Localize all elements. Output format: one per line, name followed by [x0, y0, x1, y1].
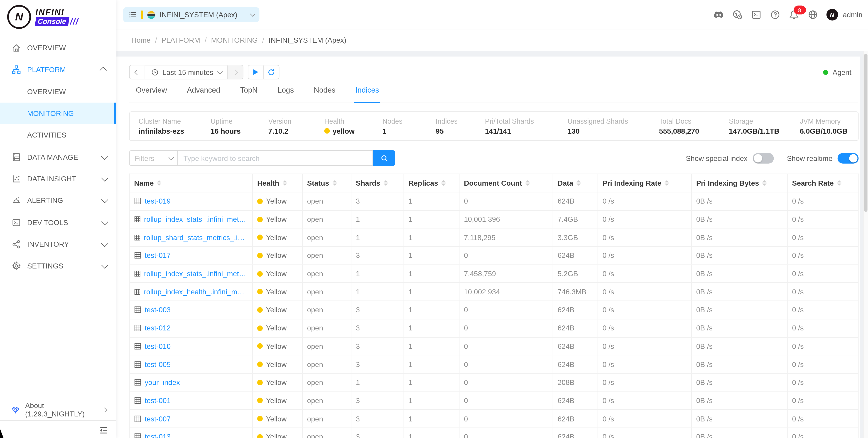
sidebar-item-data-insight[interactable]: DATA INSIGHT	[0, 168, 116, 190]
index-name-link[interactable]: test-003	[145, 306, 171, 314]
sort-icon[interactable]	[157, 180, 161, 186]
refresh-button[interactable]	[264, 65, 279, 79]
cluster-stat: Uptime16 hours	[211, 117, 268, 135]
column-header-name[interactable]: Name	[130, 174, 253, 192]
clock-icon	[151, 68, 159, 76]
time-next-button[interactable]	[227, 65, 243, 79]
sort-icon[interactable]	[525, 180, 530, 186]
column-header-health[interactable]: Health	[253, 174, 303, 192]
column-header-shards[interactable]: Shards	[351, 174, 404, 192]
cell-health: Yellow	[253, 193, 303, 210]
sidebar-item-data-manage[interactable]: DATA MANAGE	[0, 146, 116, 168]
tab-nodes[interactable]: Nodes	[313, 84, 336, 103]
show-special-index-toggle[interactable]	[752, 153, 774, 163]
show-realtime-toggle[interactable]	[838, 153, 859, 163]
sidebar-item-platform[interactable]: PLATFORM	[0, 59, 116, 81]
sidebar-item-settings[interactable]: SETTINGS	[0, 255, 116, 277]
help-icon[interactable]	[770, 9, 780, 20]
cell-replicas: 1	[404, 265, 459, 282]
sort-icon[interactable]	[332, 180, 337, 186]
tab-overview[interactable]: Overview	[135, 84, 168, 103]
column-header-status[interactable]: Status	[303, 174, 351, 192]
sort-icon[interactable]	[282, 180, 287, 186]
user-avatar[interactable]: N	[826, 9, 838, 21]
show-realtime-label: Show realtime	[787, 154, 832, 162]
cell-replicas: 1	[404, 392, 459, 409]
cell-pri-indexing-rate: 0 /s	[598, 229, 692, 246]
tab-logs[interactable]: Logs	[277, 84, 295, 103]
breadcrumb-item[interactable]: Home	[131, 36, 151, 45]
alert-icon	[11, 196, 21, 205]
bell-icon[interactable]: 8	[788, 9, 799, 20]
breadcrumb-item[interactable]: MONITORING	[211, 36, 258, 45]
health-label: Yellow	[266, 197, 287, 205]
caret-down-icon	[282, 184, 287, 186]
stat-label: Pri/Total Shards	[485, 117, 568, 125]
index-name-link[interactable]: rollup_index_health_.infini_metrics...	[144, 288, 248, 296]
index-name-link[interactable]: rollup_index_stats_.infini_metrics-...	[144, 215, 248, 224]
sort-icon[interactable]	[577, 180, 581, 186]
column-header-pri-indexing-rate[interactable]: Pri Indexing Rate	[598, 174, 692, 192]
cell-pri-indexing-bytes: 0B /s	[692, 247, 788, 264]
time-range-picker[interactable]: Last 15 minutes	[145, 65, 227, 79]
index-name-link[interactable]: test-017	[145, 252, 171, 260]
index-name-link[interactable]: rollup_index_stats_.infini_metrics-...	[144, 270, 248, 278]
devtools-icon	[11, 217, 21, 227]
infini-console-logo[interactable]: N INFINI Console ///	[0, 0, 116, 29]
cell-name: test-003	[130, 301, 253, 319]
sidebar-item-overview[interactable]: OVERVIEW	[0, 37, 116, 59]
scrollbar-thumb[interactable]	[864, 54, 868, 212]
index-name-link[interactable]: test-010	[145, 342, 171, 350]
column-header-pri-indexing-bytes[interactable]: Pri Indexing Bytes	[692, 174, 788, 192]
stat-label: Nodes	[382, 117, 436, 125]
index-name-link[interactable]: test-012	[145, 324, 171, 332]
column-header-document-count[interactable]: Document Count	[459, 174, 553, 192]
column-header-data[interactable]: Data	[553, 174, 598, 192]
tab-advanced[interactable]: Advanced	[186, 84, 221, 103]
sort-icon[interactable]	[837, 180, 842, 186]
caret-up-icon	[157, 180, 161, 182]
sort-icon[interactable]	[384, 180, 388, 186]
sidebar-subitem-overview[interactable]: OVERVIEW	[0, 81, 116, 103]
tab-topn[interactable]: TopN	[239, 84, 259, 103]
index-name-link[interactable]: rollup_shard_stats_metrics_.infini_...	[144, 233, 248, 242]
play-button[interactable]	[248, 65, 264, 79]
sort-icon[interactable]	[762, 180, 767, 186]
sort-icon[interactable]	[665, 180, 669, 186]
about-link[interactable]: About (1.29.3_NIGHTLY)	[0, 404, 116, 416]
terminal-icon[interactable]	[751, 9, 762, 20]
search-input[interactable]	[178, 150, 373, 166]
cluster-selector[interactable]: INFINI_SYSTEM (Apex)	[123, 7, 259, 22]
sidebar-item-inventory[interactable]: INVENTORY	[0, 233, 116, 255]
table-row: test-013Yellowopen310624B0 /s0B /s0 /s	[130, 428, 858, 438]
sidebar-item-alerting[interactable]: ALERTING	[0, 190, 116, 211]
index-name-link[interactable]: test-019	[145, 197, 171, 205]
collapse-sidebar-icon[interactable]	[99, 425, 109, 435]
breadcrumb-item[interactable]: PLATFORM	[161, 36, 200, 45]
tabs: OverviewAdvancedTopNLogsNodesIndices	[129, 84, 858, 103]
language-globe-icon[interactable]	[807, 9, 818, 20]
index-name-link[interactable]: your_index	[145, 378, 180, 387]
column-header-replicas[interactable]: Replicas	[404, 174, 459, 192]
sort-icon[interactable]	[441, 180, 446, 186]
sidebar-subitem-activities[interactable]: ACTIVITIES	[0, 124, 116, 146]
dot-chart-icon	[11, 174, 21, 184]
table-body: test-019Yellowopen310624B0 /s0B /s0 /s r…	[130, 193, 858, 438]
health-dot	[257, 307, 263, 313]
index-name-link[interactable]: test-001	[145, 397, 171, 405]
index-name-link[interactable]: test-005	[145, 360, 171, 369]
sidebar-item-dev-tools[interactable]: DEV TOOLS	[0, 211, 116, 233]
cell-shards: 3	[351, 247, 404, 264]
sidebar-subitem-monitoring[interactable]: MONITORING	[0, 103, 116, 124]
page-scrollbar[interactable]	[863, 51, 868, 438]
tab-indices[interactable]: Indices	[354, 84, 380, 103]
index-name-link[interactable]: test-007	[145, 415, 171, 423]
timezone-clock-icon[interactable]	[732, 9, 742, 20]
time-prev-button[interactable]	[130, 65, 145, 79]
table-header-row: NameHealthStatusShardsReplicasDocument C…	[130, 174, 858, 193]
column-header-search-rate[interactable]: Search Rate	[788, 174, 858, 192]
search-button[interactable]	[373, 150, 395, 166]
filters-dropdown[interactable]: Filters	[129, 150, 178, 166]
discord-icon[interactable]	[713, 9, 723, 20]
index-name-link[interactable]: test-013	[145, 433, 171, 438]
